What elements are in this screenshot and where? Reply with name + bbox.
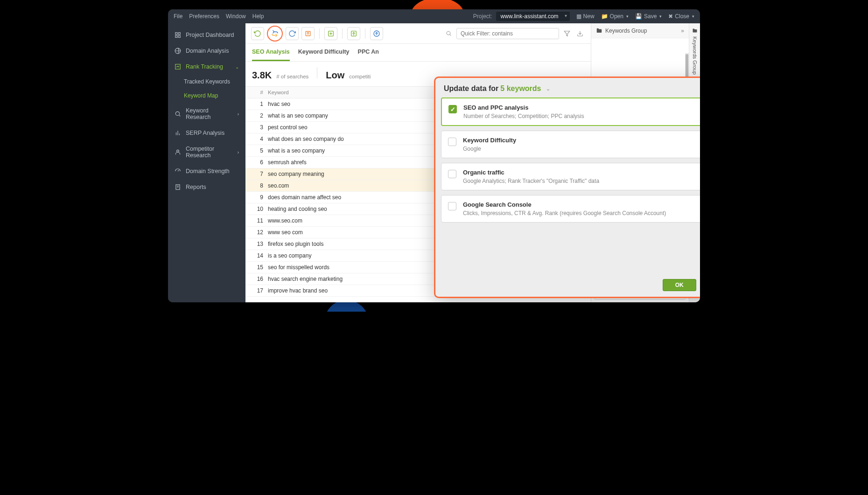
sidebar-item-competitor-research[interactable]: Competitor Research › <box>168 141 245 163</box>
menu-preferences[interactable]: Preferences <box>189 13 219 20</box>
row-number: 17 <box>252 287 268 294</box>
toolbar <box>245 23 591 44</box>
row-number: 8 <box>252 182 268 189</box>
stat-competition-value: Low <box>326 70 344 81</box>
checkbox[interactable] <box>448 202 456 210</box>
modal-title-prefix: Update data for <box>444 84 498 93</box>
row-number: 11 <box>252 217 268 224</box>
caret-down-icon: ▾ <box>692 14 694 19</box>
option-content: Google Search ConsoleClicks, Impressions… <box>463 201 700 216</box>
sidebar-sub-keyword-map[interactable]: Keyword Map <box>168 89 245 103</box>
modal-footer: OK Cancel <box>435 274 700 297</box>
option-title: Keyword Difficulty <box>463 137 700 144</box>
open-button[interactable]: 📁 Open ▾ <box>601 13 629 20</box>
project-selector[interactable]: www.link-assistant.com <box>496 12 570 21</box>
open-button-label: Open <box>610 13 623 20</box>
svg-marker-27 <box>564 31 570 36</box>
tab-seo-analysis[interactable]: SEO Analysis <box>252 44 290 61</box>
option-content: Keyword DifficultyGoogle <box>463 137 700 152</box>
row-number: 16 <box>252 276 268 282</box>
option-title: Google Search Console <box>463 201 700 208</box>
chart-line-icon <box>175 63 181 70</box>
folder-open-icon: 📁 <box>601 13 608 20</box>
chevron-right-icon: › <box>238 112 239 117</box>
gauge-icon <box>175 168 181 174</box>
right-panel-title: Keywords Group <box>605 28 647 34</box>
save-button[interactable]: 💾 Save ▾ <box>635 13 662 20</box>
sidebar-item-label: Competitor Research <box>186 146 233 159</box>
chevron-down-icon[interactable]: ⌄ <box>546 86 550 92</box>
sidebar-item-serp-analysis[interactable]: SERP Analysis <box>168 125 245 141</box>
row-number: 13 <box>252 241 268 247</box>
checkbox[interactable] <box>448 105 457 113</box>
menu-window[interactable]: Window <box>226 13 246 20</box>
svg-rect-2 <box>175 35 177 37</box>
option-title: SEO and PPC analysis <box>463 104 700 111</box>
tool-add[interactable] <box>324 27 337 40</box>
modal-keyword-count[interactable]: 5 keywords <box>500 84 541 93</box>
svg-point-11 <box>177 150 179 152</box>
caret-down-icon: ▾ <box>626 14 629 19</box>
svg-rect-1 <box>178 33 180 35</box>
update-data-modal: Update data for 5 keywords ⌄ SEO and PPC… <box>434 77 700 298</box>
checkbox[interactable] <box>448 138 456 146</box>
sidebar-item-reports[interactable]: Reports <box>168 179 245 195</box>
new-button[interactable]: ▦ New <box>576 13 595 20</box>
tool-export[interactable] <box>301 27 315 40</box>
sidebar-item-rank-tracking[interactable]: Rank Tracking ⌄ <box>168 59 245 75</box>
svg-point-6 <box>175 112 179 115</box>
svg-line-26 <box>450 35 451 35</box>
collapse-icon[interactable]: » <box>681 28 684 34</box>
menu-help[interactable]: Help <box>252 13 264 20</box>
stat-divider <box>317 67 317 78</box>
row-number: 14 <box>252 252 268 259</box>
download-icon[interactable] <box>575 28 585 39</box>
sub-tabs: SEO Analysis Keyword Difficulty PPC An <box>245 44 591 62</box>
row-number: 1 <box>252 101 268 107</box>
toolbar-separator <box>365 28 365 39</box>
checkbox[interactable] <box>448 170 456 178</box>
sidebar-sub-tracked-keywords[interactable]: Tracked Keywords <box>168 75 245 89</box>
row-number: 5 <box>252 147 268 154</box>
sidebar-item-domain-strength[interactable]: Domain Strength <box>168 163 245 179</box>
row-number: 12 <box>252 229 268 236</box>
save-button-label: Save <box>644 13 657 20</box>
modal-option-card[interactable]: Google Search ConsoleClicks, Impressions… <box>441 195 700 223</box>
app-window: File Preferences Window Help Project: ww… <box>168 9 700 302</box>
tool-refresh-keywords[interactable] <box>251 27 264 40</box>
dashboard-icon <box>175 32 181 38</box>
stat-searches-label: # of searches <box>276 74 308 79</box>
modal-option-card[interactable]: Keyword DifficultyGoogle <box>441 131 700 158</box>
svg-rect-0 <box>175 33 177 35</box>
close-button-label: Close <box>675 13 689 20</box>
row-number: 15 <box>252 264 268 271</box>
tool-sync[interactable] <box>286 27 299 40</box>
option-description: Google Analytics; Rank Tracker's "Organi… <box>463 178 700 184</box>
filter-icon[interactable] <box>562 28 572 39</box>
tab-keyword-difficulty[interactable]: Keyword Difficulty <box>298 44 350 61</box>
sidebar-item-label: Reports <box>186 184 206 190</box>
sidebar-item-label: Domain Strength <box>186 168 230 174</box>
tool-import[interactable] <box>347 27 360 40</box>
tool-update-data[interactable] <box>267 26 283 42</box>
ok-button[interactable]: OK <box>663 279 696 291</box>
project-label: Project: <box>473 13 492 20</box>
sidebar-item-dashboard[interactable]: Project Dashboard <box>168 27 245 43</box>
modal-option-card[interactable]: SEO and PPC analysisNumber of Searches; … <box>441 98 700 126</box>
menu-bar: File Preferences Window Help Project: ww… <box>168 9 700 23</box>
tab-ppc-analysis[interactable]: PPC An <box>358 44 379 61</box>
option-title: Organic traffic <box>463 169 700 176</box>
modal-option-card[interactable]: Organic trafficGoogle Analytics; Rank Tr… <box>441 163 700 190</box>
column-header-number[interactable]: # <box>252 90 268 95</box>
quick-filter-input[interactable] <box>456 28 559 39</box>
close-button[interactable]: ✖ Close ▾ <box>668 13 694 20</box>
sidebar-item-keyword-research[interactable]: Keyword Research › <box>168 103 245 125</box>
tool-upload[interactable] <box>370 27 383 40</box>
sidebar-item-domain-analysis[interactable]: Domain Analysis <box>168 43 245 59</box>
sidebar-item-label: SERP Analysis <box>186 130 224 136</box>
globe-icon <box>175 48 181 54</box>
menu-file[interactable]: File <box>174 13 182 20</box>
chevron-down-icon: ⌄ <box>235 64 239 70</box>
svg-point-25 <box>447 31 450 35</box>
stat-searches-value: 3.8K <box>252 70 272 81</box>
